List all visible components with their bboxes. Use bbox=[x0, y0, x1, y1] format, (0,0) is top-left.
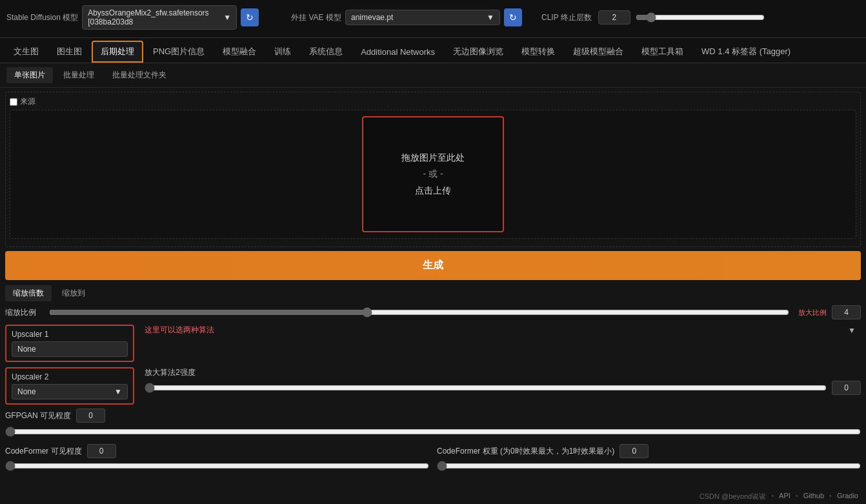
source-checkbox[interactable] bbox=[10, 98, 17, 106]
source-header: 来源 bbox=[10, 96, 856, 107]
or-text: - 或 - bbox=[401, 166, 465, 182]
codeformer-left: CodeFormer 可见程度 0 bbox=[5, 444, 429, 458]
codeformer-weight-value[interactable]: 0 bbox=[619, 444, 649, 458]
sub-tabs: 单张图片 批量处理 批量处理文件夹 bbox=[0, 63, 866, 88]
sd-model-value: AbyssOrangeMix2_sfw.safetensors [038ba20… bbox=[88, 8, 223, 26]
gfpgan-label: GFPGAN 可见程度 bbox=[5, 410, 71, 421]
upscaler1-dropdown-arrow: ▼ bbox=[848, 326, 856, 335]
footer-gradio-link[interactable]: Gradio bbox=[837, 492, 858, 501]
upscaler1-title: Upscaler 1 bbox=[12, 330, 128, 339]
upscaler2-value: None bbox=[17, 387, 36, 396]
upscaler2-strength-label: 放大算法2强度 bbox=[145, 367, 861, 378]
vae-model-select[interactable]: animevae.pt ▼ bbox=[345, 10, 500, 25]
clip-slider-container: 2 bbox=[598, 10, 765, 25]
page-wrapper: Stable Diffusion 模型 AbyssOrangeMix2_sfw.… bbox=[0, 0, 866, 504]
sd-model-section: Stable Diffusion 模型 AbyssOrangeMix2_sfw.… bbox=[6, 5, 259, 30]
drop-main-text: 拖放图片至此处 bbox=[401, 150, 465, 166]
footer-github-link[interactable]: Github bbox=[803, 492, 824, 501]
codeformer-weight-label: CodeFormer 权重 (为0时效果最大，为1时效果最小) bbox=[437, 446, 614, 457]
upscaler1-hint: 这里可以选两种算法 bbox=[145, 325, 214, 336]
clip-section: CLIP 终止层数 2 bbox=[541, 10, 765, 25]
tab-extras[interactable]: 后期处理 bbox=[92, 41, 143, 63]
tab-infinite[interactable]: 无边图像浏览 bbox=[445, 41, 512, 62]
tab-toolkit[interactable]: 模型工具箱 bbox=[633, 41, 692, 62]
tab-img2img[interactable]: 图生图 bbox=[48, 41, 90, 62]
chevron-down-icon: ▼ bbox=[223, 13, 231, 22]
subtab-batchfolder[interactable]: 批量处理文件夹 bbox=[105, 67, 174, 83]
top-bar: Stable Diffusion 模型 AbyssOrangeMix2_sfw.… bbox=[0, 0, 866, 38]
tab-pnginfo[interactable]: PNG图片信息 bbox=[145, 41, 213, 62]
upscaler1-box: Upscaler 1 None bbox=[5, 325, 134, 362]
sd-model-label: Stable Diffusion 模型 bbox=[6, 12, 78, 23]
footer-separator: • bbox=[771, 492, 774, 501]
upscaler2-box: Upscaler 2 None ▼ bbox=[5, 367, 134, 405]
scale-slider[interactable] bbox=[49, 307, 789, 318]
vae-model-section: 外挂 VAE 模型 animevae.pt ▼ ↻ bbox=[291, 8, 522, 26]
codeformer-weight-slider[interactable] bbox=[437, 461, 861, 471]
nav-tabs: 文生图 图生图 后期处理 PNG图片信息 模型融合 训练 系统信息 Additi… bbox=[0, 38, 866, 63]
image-upload-wrapper[interactable]: 拖放图片至此处 - 或 - 点击上传 bbox=[10, 110, 856, 239]
sd-model-select[interactable]: AbyssOrangeMix2_sfw.safetensors [038ba20… bbox=[82, 5, 237, 30]
footer-dot2: • bbox=[829, 492, 832, 501]
scale-max-label: 放大比例 bbox=[794, 308, 827, 318]
source-section: 来源 拖放图片至此处 - 或 - 点击上传 bbox=[5, 92, 861, 247]
codeformer-visibility-value[interactable]: 0 bbox=[87, 444, 116, 458]
tab-supermerge[interactable]: 超级模型融合 bbox=[565, 41, 632, 62]
codeformer-visibility-label: CodeFormer 可见程度 bbox=[5, 446, 82, 457]
gfpgan-value[interactable]: 0 bbox=[76, 408, 105, 423]
tab-wd[interactable]: WD 1.4 标签器 (Tagger) bbox=[693, 41, 799, 62]
vae-model-refresh-button[interactable]: ↻ bbox=[504, 8, 522, 26]
tab-sysinfo[interactable]: 系统信息 bbox=[301, 41, 351, 62]
footer-dot1: • bbox=[796, 492, 798, 501]
upscaler2-title: Upscaler 2 bbox=[12, 372, 128, 381]
options-tabs: 缩放倍数 缩放到 bbox=[5, 285, 861, 301]
codeformer-visibility-slider[interactable] bbox=[5, 461, 429, 471]
subtab-batch[interactable]: 批量处理 bbox=[55, 67, 102, 83]
footer-api-link[interactable]: API bbox=[779, 492, 790, 501]
upscaler1-value: None bbox=[17, 345, 36, 354]
codeformer-right: CodeFormer 权重 (为0时效果最大，为1时效果最小) 0 bbox=[437, 444, 861, 458]
codeformer-row: CodeFormer 可见程度 0 CodeFormer 权重 (为0时效果最大… bbox=[5, 444, 861, 458]
option-tab-scale-to[interactable]: 缩放到 bbox=[54, 285, 93, 301]
image-drop-area[interactable]: 拖放图片至此处 - 或 - 点击上传 bbox=[362, 116, 504, 232]
chevron-down-icon: ▼ bbox=[487, 13, 494, 22]
clip-label: CLIP 终止层数 bbox=[541, 12, 592, 23]
footer: CSDN @beyond诶诶 • API • Github • Gradio bbox=[692, 489, 866, 504]
upload-text: 点击上传 bbox=[401, 183, 465, 199]
upscaler2-strength-value[interactable]: 0 bbox=[832, 381, 861, 395]
tab-txt2img[interactable]: 文生图 bbox=[5, 41, 47, 62]
source-label: 来源 bbox=[20, 96, 35, 107]
vae-model-value: animevae.pt bbox=[351, 13, 393, 22]
scale-value[interactable]: 4 bbox=[832, 305, 861, 319]
scale-label: 缩放比例 bbox=[5, 307, 44, 318]
tab-convert[interactable]: 模型转换 bbox=[513, 41, 563, 62]
upscaler2-select[interactable]: None ▼ bbox=[12, 384, 128, 399]
tab-additional-networks[interactable]: Additional Networks bbox=[352, 43, 443, 61]
clip-value[interactable]: 2 bbox=[598, 10, 630, 25]
upscaler2-strength-slider[interactable] bbox=[145, 383, 827, 393]
vae-model-label: 外挂 VAE 模型 bbox=[291, 12, 341, 23]
scale-row: 缩放比例 放大比例 4 bbox=[5, 305, 861, 319]
gfpgan-row: GFPGAN 可见程度 0 bbox=[5, 408, 861, 423]
tab-merge[interactable]: 模型融合 bbox=[214, 41, 265, 62]
content-area: 来源 拖放图片至此处 - 或 - 点击上传 生成 缩放倍数 缩放到 缩放比例 bbox=[0, 88, 866, 504]
option-tab-scale-factor[interactable]: 缩放倍数 bbox=[5, 285, 52, 301]
generate-button[interactable]: 生成 bbox=[5, 251, 861, 280]
drop-text: 拖放图片至此处 - 或 - 点击上传 bbox=[401, 150, 465, 199]
clip-slider[interactable] bbox=[636, 12, 765, 23]
subtab-single[interactable]: 单张图片 bbox=[6, 67, 53, 83]
gfpgan-slider[interactable] bbox=[5, 427, 861, 437]
chevron-icon: ▼ bbox=[114, 387, 122, 396]
upscaler1-select[interactable]: None bbox=[12, 341, 128, 357]
sd-model-refresh-button[interactable]: ↻ bbox=[241, 8, 259, 26]
tab-train[interactable]: 训练 bbox=[266, 41, 299, 62]
footer-csdn: CSDN @beyond诶诶 bbox=[700, 492, 766, 501]
